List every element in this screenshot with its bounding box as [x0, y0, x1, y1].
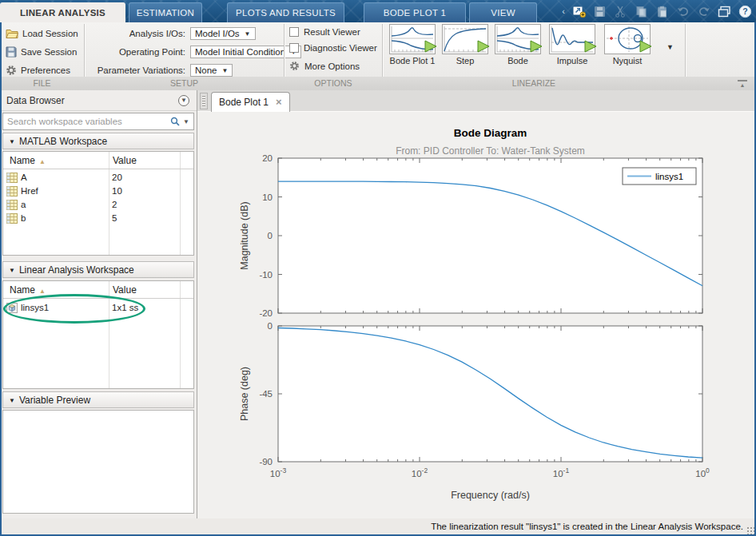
preferences-button[interactable]: Preferences: [6, 62, 70, 78]
table-row[interactable]: b 5: [3, 212, 193, 225]
checkbox-icon[interactable]: [289, 27, 299, 37]
export-figure-icon[interactable]: [571, 4, 587, 19]
tab-linear-analysis[interactable]: LINEAR ANALYSIS: [0, 2, 125, 22]
result-viewer-checkbox-row[interactable]: Result Viewer: [289, 27, 360, 37]
gallery-item-bode[interactable]: Bode: [491, 24, 544, 66]
ribbon-section-options: Result Viewer Diagnostic Viewer More Opt…: [284, 22, 382, 77]
folder-open-icon: [6, 28, 18, 39]
close-icon[interactable]: ×: [276, 97, 282, 107]
run-play-icon: [424, 40, 437, 56]
tab-estimation[interactable]: ESTIMATION: [129, 2, 202, 22]
tab-bode-plot-1[interactable]: BODE PLOT 1: [364, 2, 466, 22]
svg-text:linsys1: linsys1: [655, 172, 683, 181]
save-session-button[interactable]: Save Session: [6, 44, 77, 60]
run-play-icon: [477, 40, 490, 56]
svg-text:Frequency (rad/s): Frequency (rad/s): [451, 490, 530, 501]
column-header-value[interactable]: Value: [113, 281, 137, 299]
state-space-icon: [6, 303, 18, 313]
svg-text:From: PID Controller To: Wate: From: PID Controller To: Water-Tank Syst…: [396, 145, 585, 157]
run-play-icon: [530, 40, 543, 56]
parameter-variations-dropdown[interactable]: None▼: [190, 64, 233, 77]
save-session-label: Save Session: [21, 47, 77, 57]
variable-name: linsys1: [21, 301, 49, 315]
column-header-value[interactable]: Value: [113, 152, 137, 169]
save-icon[interactable]: [592, 4, 607, 19]
bode-diagram-chart[interactable]: Bode DiagramFrom: PID Controller To: Wat…: [197, 112, 756, 518]
file-section-label: FILE: [0, 77, 84, 90]
cut-icon[interactable]: [613, 4, 628, 19]
variable-preview-title: Variable Preview: [19, 395, 90, 406]
svg-text:0: 0: [268, 231, 273, 240]
analysis-ios-value: Model I/Os: [195, 29, 240, 38]
document-tab-bar: Bode Plot 1 ×: [197, 90, 756, 112]
table-row-linsys1[interactable]: linsys1 1x1 ss: [3, 301, 193, 315]
document-tab-bode-plot-1[interactable]: Bode Plot 1 ×: [211, 92, 290, 112]
resize-grip[interactable]: [746, 526, 754, 534]
column-header-name[interactable]: Name▲: [10, 281, 46, 299]
table-row[interactable]: A 20: [3, 171, 193, 185]
toolbar-overflow-chevron-icon[interactable]: ‹: [562, 6, 565, 16]
status-bar: The linearization result "linsys1" is cr…: [0, 518, 756, 536]
save-icon: [6, 46, 17, 58]
variable-value: 2: [112, 198, 117, 212]
matrix-icon: [6, 213, 18, 224]
search-icon[interactable]: [170, 117, 181, 127]
ribbon-section-linearize: Bode Plot 1 Step: [383, 22, 685, 77]
svg-text:?: ?: [742, 6, 747, 16]
undo-icon[interactable]: [675, 4, 690, 19]
diagnostic-viewer-checkbox-row[interactable]: Diagnostic Viewer: [289, 43, 377, 53]
table-row[interactable]: Href 10: [3, 185, 193, 198]
tab-plots-and-results[interactable]: PLOTS AND RESULTS: [227, 2, 344, 22]
matrix-icon: [6, 173, 18, 183]
gallery-item-step[interactable]: Step: [439, 24, 491, 66]
variable-preview-box: [2, 410, 194, 514]
svg-text:0: 0: [268, 321, 273, 331]
preferences-label: Preferences: [21, 66, 70, 75]
linearize-section-label: LINEARIZE: [383, 77, 685, 90]
linear-analysis-workspace-table: Name▲ Value linsys1 1x1 ss: [2, 280, 194, 389]
svg-text:100: 100: [695, 467, 710, 478]
analysis-ios-dropdown[interactable]: Model I/Os▼: [190, 27, 256, 40]
gallery-label: Step: [439, 56, 491, 66]
tab-bar-grip[interactable]: [200, 93, 208, 109]
collapse-triangle-icon: ▼: [9, 267, 15, 274]
checkbox-icon[interactable]: [289, 43, 299, 53]
window-layout-icon[interactable]: [717, 4, 732, 19]
copy-icon[interactable]: [634, 4, 649, 19]
gallery-item-bode-plot-1[interactable]: Bode Plot 1: [386, 24, 439, 66]
tab-view[interactable]: VIEW: [469, 2, 537, 22]
matrix-icon: [6, 200, 18, 210]
gallery-item-impulse[interactable]: Impulse: [546, 24, 599, 66]
linear-analysis-workspace-header[interactable]: ▼Linear Analysis Workspace: [2, 261, 194, 278]
chevron-down-icon: ▼: [245, 30, 251, 38]
result-viewer-label: Result Viewer: [304, 27, 360, 37]
data-browser-panel: Data Browser ▼ ▼ ▼MATLAB Workspace Name▲…: [0, 90, 197, 518]
search-options-chevron-icon[interactable]: ▼: [183, 118, 189, 125]
search-input[interactable]: [3, 117, 170, 126]
column-header-name[interactable]: Name▲: [10, 152, 46, 169]
gallery-dropdown-icon[interactable]: ▼: [666, 43, 674, 51]
svg-text:Phase (deg): Phase (deg): [239, 367, 250, 421]
sort-ascending-icon: ▲: [39, 288, 46, 295]
variable-preview-header[interactable]: ▼Variable Preview: [2, 391, 194, 408]
analysis-ios-label: Analysis I/Os:: [85, 29, 185, 38]
more-options-button[interactable]: More Options: [289, 61, 360, 71]
collapse-ribbon-icon[interactable]: ▲: [737, 78, 748, 89]
matlab-workspace-table: Name▲ Value A 20 Href 10 a 2: [2, 151, 194, 256]
table-row[interactable]: a 2: [3, 198, 193, 212]
variable-name: b: [21, 212, 26, 225]
parameter-variations-value: None: [195, 66, 217, 75]
redo-icon[interactable]: [696, 4, 711, 19]
matlab-workspace-header[interactable]: ▼MATLAB Workspace: [2, 133, 194, 149]
panel-collapse-icon[interactable]: ▼: [178, 95, 189, 106]
help-icon[interactable]: ?: [738, 4, 753, 19]
operating-point-label: Operating Point:: [85, 47, 185, 57]
chevron-down-icon: ▼: [222, 67, 229, 74]
toolstrip-tab-bar: LINEAR ANALYSIS ESTIMATION PLOTS AND RES…: [0, 0, 756, 22]
svg-text:-10: -10: [259, 270, 273, 280]
bode-figure: Bode DiagramFrom: PID Controller To: Wat…: [197, 112, 756, 518]
variable-value: 10: [112, 185, 122, 198]
paste-icon[interactable]: [655, 4, 670, 19]
gallery-item-nyquist[interactable]: Nyquist: [601, 24, 654, 66]
load-session-button[interactable]: Load Session: [6, 26, 78, 42]
